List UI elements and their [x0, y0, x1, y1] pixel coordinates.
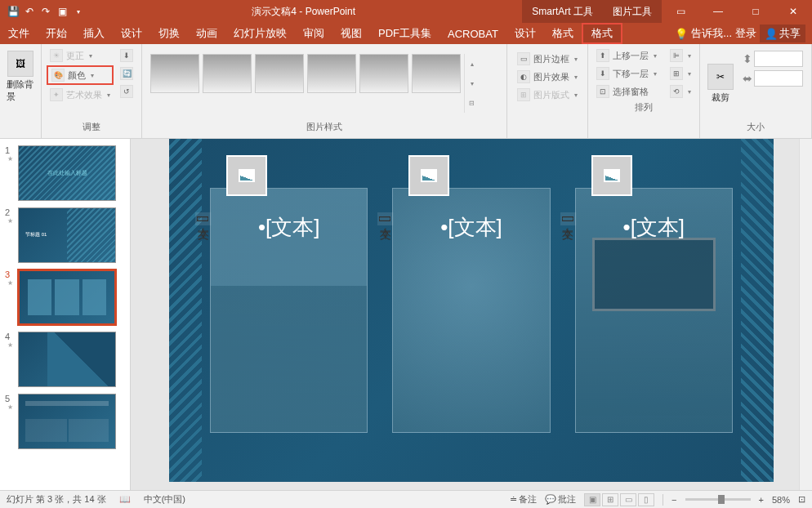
picture-layout-button[interactable]: ⊞ 图片版式 ▾ — [514, 87, 581, 103]
share-button[interactable]: 👤 共享 — [760, 25, 805, 42]
smartart-container[interactable]: [文本] •[文本] [文本] •[文本] — [210, 172, 733, 433]
artistic-effects-button[interactable]: ✦ 艺术效果 ▾ — [47, 87, 114, 103]
smartart-panel-3[interactable]: [文本] •[文本] — [575, 172, 733, 433]
slide-thumb-5[interactable] — [18, 394, 116, 449]
picture-effects-button[interactable]: ◐ 图片效果 ▾ — [514, 69, 581, 85]
login-link[interactable]: 登录 — [735, 26, 756, 41]
picture-tools-tab[interactable]: 图片工具 — [603, 0, 662, 23]
style-preview-4[interactable] — [307, 54, 356, 93]
chevron-down-icon: ▾ — [107, 91, 110, 99]
align-button[interactable]: ⊫▾ — [667, 47, 694, 64]
minimize-icon[interactable]: — — [699, 0, 737, 23]
width-input[interactable] — [754, 70, 803, 87]
change-picture-button[interactable]: 🔄 — [117, 65, 136, 82]
zoom-in-icon[interactable]: + — [759, 495, 764, 505]
panel-text-placeholder[interactable]: •[文本] — [393, 213, 549, 242]
picture-placeholder[interactable] — [591, 155, 632, 196]
menu-design[interactable]: 设计 — [113, 23, 150, 44]
fit-to-window-icon[interactable]: ⊡ — [798, 494, 805, 505]
vertical-scrollbar[interactable] — [799, 139, 812, 490]
style-preview-6[interactable] — [412, 54, 461, 93]
crop-button[interactable]: ✂ 裁剪 — [705, 47, 736, 119]
align-icon: ⊫ — [670, 49, 683, 62]
style-preview-1[interactable] — [150, 54, 199, 93]
menu-pdftools[interactable]: PDF工具集 — [370, 23, 439, 44]
reset-picture-button[interactable]: ↺ — [117, 83, 136, 100]
panel-text-placeholder[interactable]: •[文本] — [211, 213, 367, 242]
picture-border-button[interactable]: ▭ 图片边框 ▾ — [514, 51, 581, 67]
tell-me-input[interactable]: 告诉我... — [691, 26, 732, 41]
slide-counter[interactable]: 幻灯片 第 3 张，共 14 张 — [7, 493, 106, 506]
corrections-button[interactable]: ☀ 更正 ▾ — [47, 47, 114, 64]
lightbulb-icon: 💡 — [675, 28, 688, 40]
picture-styles-gallery[interactable]: ▴ ▾ ⊟ — [147, 47, 480, 119]
bring-forward-button[interactable]: ⬆ 上移一层 ▾ — [593, 47, 660, 64]
smartart-tools-tab[interactable]: SmartArt 工具 — [522, 0, 603, 23]
style-preview-2[interactable] — [203, 54, 252, 93]
style-preview-3[interactable] — [255, 54, 304, 93]
smartart-panel-2[interactable]: [文本] •[文本] — [392, 172, 550, 433]
size-group-label: 大小 — [705, 119, 806, 135]
notes-button[interactable]: ≐ 备注 — [510, 493, 537, 506]
normal-view-icon[interactable]: ▣ — [584, 493, 600, 506]
color-button[interactable]: 🎨 颜色 ▾ — [47, 65, 114, 85]
zoom-level[interactable]: 58% — [772, 495, 790, 505]
zoom-slider[interactable] — [685, 498, 751, 501]
slide-sorter-view-icon[interactable]: ⊞ — [602, 493, 618, 506]
chevron-down-icon: ▾ — [89, 52, 92, 60]
remove-background-button[interactable]: 🖼 删除背景 — [5, 47, 36, 106]
menu-picture-format[interactable]: 格式 — [582, 23, 622, 44]
slide-canvas-area[interactable]: [文本] •[文本] [文本] •[文本] — [131, 139, 812, 490]
comments-button[interactable]: 💬 批注 — [545, 493, 576, 506]
send-backward-button[interactable]: ⬇ 下移一层 ▾ — [593, 65, 660, 82]
gallery-up-icon[interactable]: ▴ — [466, 60, 477, 68]
ribbon-group-adjust: ☀ 更正 ▾ 🎨 颜色 ▾ ✦ 艺术效果 ▾ ⬇ 🔄 ↺ — [42, 44, 142, 138]
menu-smartart-format[interactable]: 格式 — [544, 23, 582, 44]
rotate-button[interactable]: ⟲▾ — [667, 83, 694, 100]
customize-qat-icon[interactable]: ▾ — [72, 5, 85, 18]
menu-home[interactable]: 开始 — [38, 23, 75, 44]
reading-view-icon[interactable]: ▭ — [620, 493, 636, 506]
menu-smartart-design[interactable]: 设计 — [506, 23, 544, 44]
slide-number: 4 — [5, 332, 15, 341]
slide-thumbnail-panel[interactable]: 1★ 在此处输入标题 2★ 节标题 01 3★ 4★ 5 — [0, 139, 131, 490]
picture-placeholder[interactable] — [226, 155, 267, 196]
gallery-more-icon[interactable]: ⊟ — [466, 100, 477, 107]
save-icon[interactable]: 💾 — [7, 5, 20, 18]
group-button[interactable]: ⊞▾ — [667, 65, 694, 82]
menu-insert[interactable]: 插入 — [75, 23, 113, 44]
compress-icon: ⬇ — [120, 49, 133, 62]
slide-thumb-4[interactable] — [18, 332, 116, 387]
start-from-beginning-icon[interactable]: ▣ — [56, 5, 69, 18]
menu-file[interactable]: 文件 — [0, 23, 38, 44]
compress-pictures-button[interactable]: ⬇ — [117, 47, 136, 64]
zoom-out-icon[interactable]: − — [671, 495, 676, 505]
undo-icon[interactable]: ↶ — [23, 5, 36, 18]
panel-text-placeholder[interactable]: •[文本] — [576, 213, 732, 242]
slideshow-view-icon[interactable]: ▯ — [638, 493, 654, 506]
menu-transitions[interactable]: 切换 — [150, 23, 188, 44]
panel-tab: [文本] — [560, 212, 577, 225]
menu-view[interactable]: 视图 — [332, 23, 370, 44]
slide-canvas[interactable]: [文本] •[文本] [文本] •[文本] — [169, 139, 774, 482]
picture-placeholder[interactable] — [408, 155, 449, 196]
style-preview-5[interactable] — [359, 54, 408, 93]
menu-review[interactable]: 审阅 — [295, 23, 332, 44]
slide-number: 3 — [5, 270, 15, 279]
ribbon-display-options-icon[interactable]: ▭ — [662, 0, 699, 23]
slide-thumb-2[interactable]: 节标题 01 — [18, 207, 116, 263]
gallery-down-icon[interactable]: ▾ — [466, 80, 477, 87]
maximize-icon[interactable]: □ — [737, 0, 774, 23]
redo-icon[interactable]: ↷ — [39, 5, 52, 18]
menu-animations[interactable]: 动画 — [188, 23, 225, 44]
menu-acrobat[interactable]: ACROBAT — [439, 23, 506, 44]
slide-thumb-3[interactable] — [18, 270, 116, 325]
menu-slideshow[interactable]: 幻灯片放映 — [225, 23, 295, 44]
slide-thumb-1[interactable]: 在此处输入标题 — [18, 145, 116, 201]
height-input[interactable] — [754, 51, 803, 67]
selection-pane-button[interactable]: ⊡ 选择窗格 — [593, 83, 660, 100]
language-indicator[interactable]: 中文(中国) — [144, 493, 185, 506]
smartart-panel-1[interactable]: [文本] •[文本] — [210, 172, 368, 433]
close-icon[interactable]: ✕ — [774, 0, 812, 23]
spellcheck-icon[interactable]: 📖 — [119, 494, 131, 505]
